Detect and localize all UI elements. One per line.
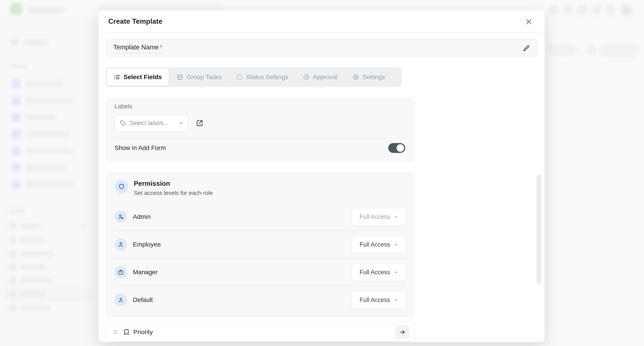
group-tasks-icon	[176, 74, 183, 80]
access-dropdown-default[interactable]: Full Access	[352, 291, 406, 309]
modal-title: Create Template	[108, 17, 162, 25]
role-name: Admin	[133, 213, 352, 220]
modal-scrollbar[interactable]	[536, 174, 542, 284]
tab-label: Approval	[313, 74, 338, 81]
labels-select[interactable]: Select labels...	[114, 114, 188, 132]
tab-settings[interactable]: Settings	[346, 69, 392, 86]
role-row-manager: Manager Full Access	[114, 259, 406, 286]
labels-card: Labels Select labels...	[106, 98, 415, 162]
chevron-down-icon	[394, 298, 398, 302]
role-avatar	[114, 294, 127, 306]
chevron-down-icon	[178, 121, 184, 126]
open-labels-button[interactable]	[196, 119, 204, 127]
priority-expand-button[interactable]	[396, 325, 409, 339]
access-value: Full Access	[360, 241, 390, 248]
access-value: Full Access	[360, 297, 390, 304]
role-row-admin: Admin Full Access	[114, 203, 406, 230]
tab-label: Group Tasks	[186, 74, 222, 81]
access-value: Full Access	[360, 269, 390, 276]
close-icon	[524, 17, 533, 26]
chevron-down-icon	[394, 270, 398, 274]
tab-select-fields[interactable]: Select Fields	[107, 69, 168, 86]
tab-label: Status Settings	[246, 74, 288, 81]
required-asterisk: *	[160, 44, 162, 51]
show-in-add-form-toggle[interactable]	[388, 143, 405, 153]
close-button[interactable]	[524, 16, 534, 27]
create-template-modal: Create Template Template Name*	[98, 10, 545, 342]
tab-label: Settings	[362, 74, 385, 81]
list-icon	[114, 74, 120, 80]
external-link-icon	[196, 119, 204, 127]
tab-label: Select Fields	[124, 74, 162, 81]
chevron-down-icon	[394, 242, 398, 247]
role-name: Manager	[133, 269, 352, 276]
bookmark-icon	[123, 329, 130, 336]
role-row-default: Default Full Access	[114, 286, 406, 314]
user-gear-icon	[118, 214, 124, 220]
tab-approval[interactable]: Approval	[296, 69, 344, 86]
permission-avatar	[114, 180, 128, 193]
show-in-add-form-row: Show in Add Form	[114, 138, 406, 158]
permission-card: Permission Set access levels for each ro…	[106, 172, 415, 317]
user-icon	[118, 241, 124, 248]
role-name: Employee	[133, 241, 352, 248]
permission-header: Permission Set access levels for each ro…	[114, 180, 406, 196]
role-avatar	[114, 238, 127, 251]
briefcase-icon	[118, 269, 124, 275]
role-avatar	[114, 210, 127, 223]
modal-tabs: Select Fields Group Tasks Status Setting…	[106, 67, 402, 87]
modal-body: Template Name* Select Fields Group Task	[98, 33, 545, 342]
arrow-right-icon	[399, 329, 406, 336]
priority-label: Priority	[133, 329, 396, 336]
dashed-circle-icon	[236, 74, 243, 80]
role-name: Default	[133, 296, 352, 304]
shield-icon	[118, 183, 125, 190]
show-in-add-form-label: Show in Add Form	[114, 144, 166, 152]
access-dropdown-admin[interactable]: Full Access	[352, 208, 406, 225]
role-row-employee: Employee Full Access	[114, 231, 406, 258]
labels-title: Labels	[114, 103, 406, 110]
template-name-label: Template Name*	[113, 43, 163, 53]
labels-placeholder: Select labels...	[129, 120, 175, 127]
access-value: Full Access	[360, 213, 390, 220]
access-dropdown-employee[interactable]: Full Access	[352, 236, 406, 253]
chevron-down-icon	[394, 215, 398, 219]
edit-name-button[interactable]	[521, 43, 532, 54]
tag-icon	[120, 120, 126, 127]
settings-icon	[352, 74, 359, 80]
user-icon	[118, 297, 124, 303]
permission-subtitle: Set access levels for each role	[134, 189, 213, 196]
tab-group-tasks[interactable]: Group Tasks	[170, 69, 228, 86]
permission-title: Permission	[134, 180, 213, 187]
access-dropdown-manager[interactable]: Full Access	[352, 264, 406, 281]
circle-check-icon	[303, 74, 310, 80]
tab-status-settings[interactable]: Status Settings	[230, 69, 295, 86]
role-avatar	[114, 266, 127, 279]
toggle-knob	[396, 144, 404, 152]
priority-field-card: Priority	[106, 323, 415, 342]
template-name-field[interactable]: Template Name*	[106, 39, 538, 57]
modal-header: Create Template	[98, 10, 545, 33]
pencil-icon	[522, 44, 530, 52]
drag-handle-icon[interactable]	[112, 329, 118, 335]
